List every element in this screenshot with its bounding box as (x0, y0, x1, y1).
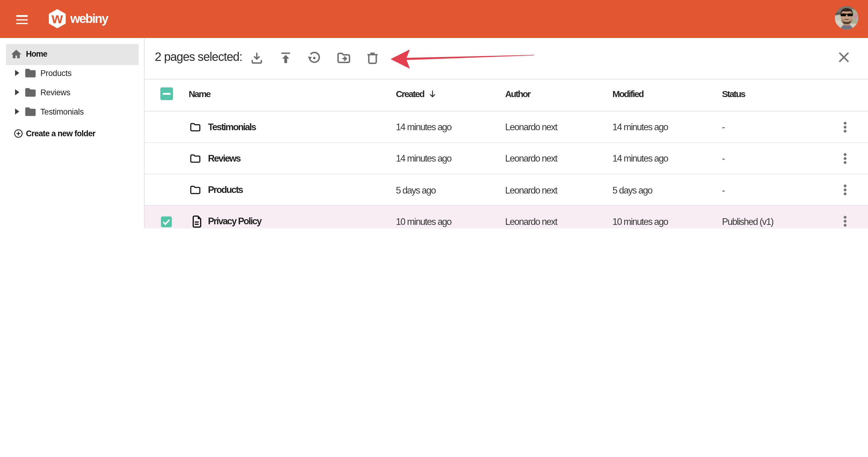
svg-text:w: w (51, 10, 63, 26)
